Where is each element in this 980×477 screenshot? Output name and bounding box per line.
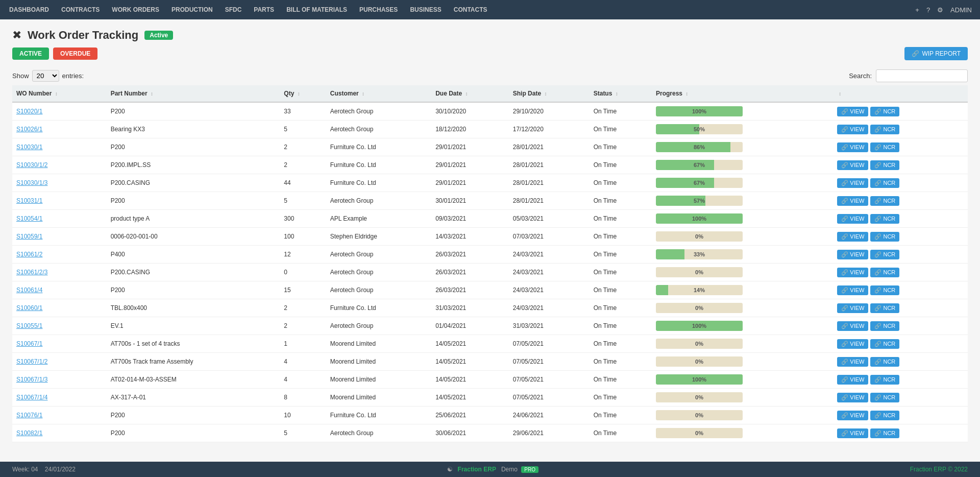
ncr-button[interactable]: 🔗 NCR: [870, 393, 899, 402]
ncr-button[interactable]: 🔗 NCR: [870, 125, 899, 134]
nav-item-production[interactable]: PRODUCTION: [170, 1, 214, 18]
view-button[interactable]: 🔗 VIEW: [837, 393, 868, 402]
view-button[interactable]: 🔗 VIEW: [837, 268, 868, 277]
wip-report-button[interactable]: 🔗 WIP REPORT: [904, 47, 968, 60]
active-filter-button[interactable]: ACTIVE: [12, 47, 49, 60]
table-row: S10082/1P2005Aerotech Group30/06/202129/…: [12, 424, 968, 442]
progress-label: 100%: [656, 321, 743, 331]
wo-number-link[interactable]: S10067/1/2: [16, 358, 47, 365]
ncr-button[interactable]: 🔗 NCR: [870, 285, 899, 295]
entries-select[interactable]: 102050100: [32, 70, 59, 82]
wo-number-link[interactable]: S10082/1: [16, 430, 42, 437]
view-button[interactable]: 🔗 VIEW: [837, 107, 868, 116]
progress-bar-container: 67%: [656, 178, 743, 188]
wo-number-link[interactable]: S10067/1: [16, 340, 42, 347]
view-button[interactable]: 🔗 VIEW: [837, 411, 868, 420]
ship-date-cell: 07/05/2021: [509, 335, 590, 353]
wo-number-link[interactable]: S10026/1: [16, 126, 42, 133]
wo-number-link[interactable]: S10030/1: [16, 144, 42, 151]
ncr-button[interactable]: 🔗 NCR: [870, 232, 899, 242]
user-label[interactable]: ADMIN: [950, 6, 972, 14]
help-icon[interactable]: ?: [926, 6, 930, 14]
wo-number-link[interactable]: S10030/1/3: [16, 179, 47, 186]
wo-number-link[interactable]: S10061/2: [16, 251, 42, 258]
nav-item-contacts[interactable]: CONTACTS: [453, 1, 488, 18]
nav-item-parts[interactable]: PARTS: [253, 1, 275, 18]
ncr-button[interactable]: 🔗 NCR: [870, 178, 899, 188]
settings-icon[interactable]: ⚙: [937, 6, 943, 14]
view-button[interactable]: 🔗 VIEW: [837, 125, 868, 134]
col-part-number[interactable]: Part Number ↕: [107, 85, 280, 102]
ncr-button[interactable]: 🔗 NCR: [870, 142, 899, 152]
view-button[interactable]: 🔗 VIEW: [837, 178, 868, 188]
ship-date-cell: 31/03/2021: [509, 317, 590, 335]
ncr-button[interactable]: 🔗 NCR: [870, 303, 899, 313]
nav-item-sfdc[interactable]: SFDC: [224, 1, 243, 18]
ncr-button[interactable]: 🔗 NCR: [870, 250, 899, 259]
view-button[interactable]: 🔗 VIEW: [837, 232, 868, 242]
progress-cell: 0%: [652, 389, 833, 407]
col-due-date[interactable]: Due Date ↕: [431, 85, 509, 102]
view-button[interactable]: 🔗 VIEW: [837, 250, 868, 259]
ncr-button[interactable]: 🔗 NCR: [870, 357, 899, 367]
col-status[interactable]: Status ↕: [590, 85, 652, 102]
wo-number-link[interactable]: S10055/1: [16, 322, 42, 329]
wo-number-link[interactable]: S10076/1: [16, 412, 42, 419]
part-number-cell: P200: [107, 424, 280, 442]
ncr-button[interactable]: 🔗 NCR: [870, 196, 899, 206]
table-row: S10055/1EV.12Aerotech Group01/04/202131/…: [12, 317, 968, 335]
qty-cell: 8: [280, 389, 326, 407]
ncr-button[interactable]: 🔗 NCR: [870, 160, 899, 170]
view-button[interactable]: 🔗 VIEW: [837, 357, 868, 367]
table-controls: Show 102050100 entries: Search:: [0, 66, 980, 85]
view-button[interactable]: 🔗 VIEW: [837, 142, 868, 152]
sort-icon: ↕: [685, 91, 688, 97]
view-button[interactable]: 🔗 VIEW: [837, 428, 868, 438]
wo-number-link[interactable]: S10061/2/3: [16, 269, 47, 276]
ncr-button[interactable]: 🔗 NCR: [870, 375, 899, 385]
col-customer[interactable]: Customer ↕: [326, 85, 431, 102]
nav-item-purchases[interactable]: PURCHASES: [358, 1, 399, 18]
wo-number-link[interactable]: S10067/1/3: [16, 376, 47, 383]
col-progress[interactable]: Progress ↕: [652, 85, 833, 102]
qty-cell: 100: [280, 228, 326, 246]
col-wo-number[interactable]: WO Number ↕: [12, 85, 107, 102]
wo-number-link[interactable]: S10061/4: [16, 287, 42, 294]
nav-item-bill-of-materials[interactable]: BILL OF MATERIALS: [285, 1, 348, 18]
progress-bar-container: 100%: [656, 374, 743, 385]
table-row: S10067/1AT700s - 1 set of 4 tracks1Moore…: [12, 335, 968, 353]
overdue-filter-button[interactable]: OVERDUE: [53, 47, 97, 60]
wo-number-link[interactable]: S10054/1: [16, 215, 42, 222]
ncr-button[interactable]: 🔗 NCR: [870, 339, 899, 349]
view-button[interactable]: 🔗 VIEW: [837, 160, 868, 170]
wo-number-link[interactable]: S10030/1/2: [16, 161, 47, 169]
wo-number-link[interactable]: S10067/1/4: [16, 394, 47, 401]
wo-number-link[interactable]: S10060/1: [16, 304, 42, 312]
view-button[interactable]: 🔗 VIEW: [837, 285, 868, 295]
wo-number-link[interactable]: S10059/1: [16, 233, 42, 240]
view-button[interactable]: 🔗 VIEW: [837, 196, 868, 206]
nav-item-business[interactable]: BUSINESS: [409, 1, 442, 18]
ncr-button[interactable]: 🔗 NCR: [870, 411, 899, 420]
ncr-button[interactable]: 🔗 NCR: [870, 428, 899, 438]
ncr-button[interactable]: 🔗 NCR: [870, 268, 899, 277]
ncr-button[interactable]: 🔗 NCR: [870, 214, 899, 224]
view-button[interactable]: 🔗 VIEW: [837, 339, 868, 349]
due-date-cell: 29/01/2021: [431, 174, 509, 192]
view-button[interactable]: 🔗 VIEW: [837, 214, 868, 224]
view-button[interactable]: 🔗 VIEW: [837, 321, 868, 331]
ncr-button[interactable]: 🔗 NCR: [870, 107, 899, 116]
add-icon[interactable]: +: [915, 6, 919, 14]
wo-number-link[interactable]: S10020/1: [16, 108, 42, 115]
nav-item-dashboard[interactable]: DASHBOARD: [8, 1, 50, 18]
search-input[interactable]: [876, 69, 968, 82]
view-button[interactable]: 🔗 VIEW: [837, 303, 868, 313]
col-ship-date[interactable]: Ship Date ↕: [509, 85, 590, 102]
nav-item-contracts[interactable]: CONTRACTS: [60, 1, 101, 18]
wo-number-link[interactable]: S10031/1: [16, 197, 42, 204]
qty-cell: 44: [280, 174, 326, 192]
ncr-button[interactable]: 🔗 NCR: [870, 321, 899, 331]
view-button[interactable]: 🔗 VIEW: [837, 375, 868, 385]
col-qty[interactable]: Qty ↕: [280, 85, 326, 102]
nav-item-work-orders[interactable]: WORK ORDERS: [111, 1, 160, 18]
